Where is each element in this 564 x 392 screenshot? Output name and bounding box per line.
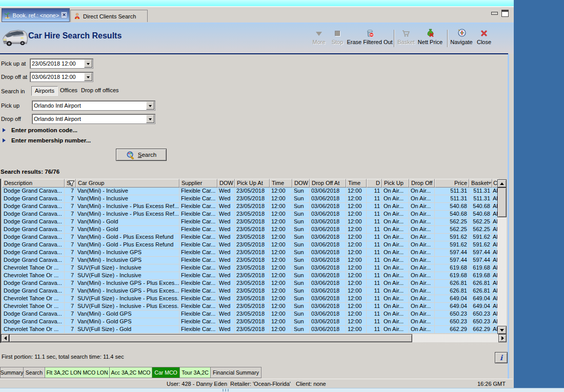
table-cell: 12:00 (346, 203, 367, 211)
table-cell: Chevrolet Tahoe Or ... (2, 295, 65, 303)
column-header-pick-up[interactable]: Pick Up (382, 179, 409, 188)
pickup-at-dropdown-icon[interactable] (84, 59, 92, 68)
column-header-basket[interactable]: Basket (469, 179, 492, 188)
table-cell: Van(Mini) - Gold GPS (76, 311, 179, 318)
pickup-dropdown-icon[interactable] (146, 101, 154, 110)
table-row[interactable]: Dodge Grand Carava...7Van(Mini) - Inclus… (2, 257, 498, 264)
table-row[interactable]: Chevrolet Tahoe Or ...7SUV(Full Size) - … (2, 326, 498, 334)
table-row[interactable]: Dodge Grand Carava...7Van(Mini) - GoldFl… (2, 218, 498, 226)
table-cell: Wed (217, 264, 235, 272)
table-cell: 11 (367, 241, 382, 249)
membership-expander[interactable]: Enter membership number... (3, 137, 91, 143)
vscroll-up-button[interactable] (497, 179, 507, 188)
dropoff-dropdown-icon[interactable] (146, 115, 154, 123)
table-row[interactable]: Chevrolet Tahoe Or ...7SUV(Full Size) - … (2, 264, 498, 272)
column-header-price[interactable]: Price (435, 179, 469, 188)
bottom-tab-car-mco[interactable]: Car MCO (152, 367, 180, 378)
navigate-icon (457, 28, 467, 38)
table-row[interactable]: Dodge Grand Carava...7Van(Mini) - Inclus… (2, 249, 498, 257)
table-cell: Van(Mini) - Inclusive GPS (76, 249, 179, 257)
table-cell: 11 (367, 326, 382, 334)
table-row[interactable]: Dodge Grand Carava...7Van(Mini) - Gold -… (2, 241, 498, 249)
table-cell: On Air... (382, 257, 409, 264)
vscroll-thumb[interactable] (497, 188, 507, 217)
search-in-offices[interactable]: Offices (57, 86, 80, 95)
client-icon (74, 13, 80, 19)
bottom-grip[interactable] (223, 389, 231, 391)
pickup-at-combo[interactable]: 23/05/2018 12:00 (30, 58, 93, 69)
table-cell: Van(Mini) - Inclusive GPS - Plus Exces..… (76, 287, 179, 295)
table-row[interactable]: Dodge Grand Carava...7Van(Mini) - Inclus… (2, 195, 498, 203)
dropoff-combo[interactable]: Orlando Intl Airport (32, 114, 155, 124)
bottom-tab-summary[interactable]: Summary (0, 367, 24, 378)
column-header-time[interactable]: Time (270, 179, 292, 188)
bottom-tab-flt-3a-2c-lon-mco-lon[interactable]: Flt 3A,2C LON MCO LON (45, 367, 110, 378)
table-cell: 11 (367, 272, 382, 280)
expander-arrow-icon (3, 138, 8, 142)
table-row[interactable]: Dodge Grand Carava...7Van(Mini) - Inclus… (2, 287, 498, 295)
table-cell: 12:00 (346, 234, 367, 241)
tab-close-icon[interactable]: ✕ (61, 12, 67, 18)
maximize-icon[interactable] (501, 10, 509, 17)
table-row[interactable]: Dodge Grand Carava...7Van(Mini) - Gold G… (2, 318, 498, 326)
column-header-drop-off[interactable]: Drop Off (409, 179, 435, 188)
table-cell: On Air... (382, 211, 409, 218)
table-cell: On Air... (409, 249, 435, 257)
navigate-button[interactable]: Navigate (449, 28, 474, 49)
column-header-time[interactable]: Time (346, 179, 367, 188)
bottom-tab-financial-summary[interactable]: Financial Summary (211, 367, 261, 378)
vscroll-down-button[interactable] (497, 326, 507, 334)
table-row[interactable]: Dodge Grand Carava...7Van(Mini) - Inclus… (2, 188, 498, 195)
bottom-tab-acc-3a-2c-mco[interactable]: Acc 3A,2C MCO (110, 367, 152, 378)
column-header-d[interactable]: D (367, 179, 382, 188)
pickup-combo[interactable]: Orlando Intl Airport (32, 100, 155, 111)
table-cell: 7 (65, 311, 76, 318)
info-button[interactable]: i (495, 352, 508, 363)
column-header-drop-off-at[interactable]: Drop Off At (310, 179, 346, 188)
erase-filtered-out-button[interactable]: Erase Filtered Out (348, 28, 392, 49)
table-row[interactable]: Dodge Grand Carava...7Van(Mini) - Inclus… (2, 211, 498, 218)
table-row[interactable]: Dodge Grand Carava...7Van(Mini) - Gold G… (2, 311, 498, 318)
hscroll-thumb[interactable] (9, 334, 412, 342)
table-cell: 626.81 (469, 287, 492, 295)
table-cell: 649.04 (469, 303, 492, 311)
column-header-dow[interactable]: DOW (217, 179, 235, 188)
column-header-dow[interactable]: DOW (292, 179, 310, 188)
table-cell: Wed (217, 195, 235, 203)
table-cell: 12:00 (346, 264, 367, 272)
toolbar-separator (394, 30, 395, 47)
table-row[interactable]: Dodge Grand Carava...7Van(Mini) - Inclus… (2, 280, 498, 287)
table-row[interactable]: Chevrolet Tahoe Or ...7SUV(Full Size) - … (2, 295, 498, 303)
table-row[interactable]: Dodge Grand Carava...7Van(Mini) - Gold -… (2, 234, 498, 241)
table-cell: 12:00 (270, 203, 292, 211)
bottom-tab-tour-3a-2c[interactable]: Tour 3A,2C (180, 367, 211, 378)
promo-code-expander[interactable]: Enter promotion code... (3, 127, 77, 133)
column-header-supplier[interactable]: Supplier (179, 179, 217, 188)
table-cell: On Air... (409, 188, 435, 195)
bottom-tab-search[interactable]: Search (24, 367, 45, 378)
tab-booking-ref[interactable]: Book. ref.: <none> ✕ (2, 8, 70, 22)
nett-price-button[interactable]: Nett Price (417, 28, 444, 49)
column-header-description[interactable]: Description (2, 179, 65, 188)
search-in-dropoff-offices[interactable]: Drop off offices (78, 86, 122, 95)
hscroll-left-button[interactable] (1, 334, 9, 342)
hscroll-right-button[interactable] (498, 334, 507, 342)
table-row[interactable]: Dodge Grand Carava...7Van(Mini) - Inclus… (2, 203, 498, 211)
minimize-icon[interactable] (491, 12, 498, 15)
close-button[interactable]: Close (475, 28, 493, 49)
search-in-airports[interactable]: Airports (31, 86, 58, 96)
column-header-pick-up-at[interactable]: Pick Up At (235, 179, 270, 188)
tab-direct-clients-search[interactable]: Direct Clients Search (70, 10, 148, 22)
search-button[interactable]: Search (116, 149, 167, 161)
table-cell: Van(Mini) - Inclusive - Plus Excess Ref.… (76, 203, 179, 211)
basket-button: Basket (396, 28, 416, 49)
table-row[interactable]: Dodge Grand Carava...7Van(Mini) - GoldFl… (2, 226, 498, 234)
column-header-s[interactable]: S (65, 179, 76, 188)
table-cell: 650.23 (469, 318, 492, 326)
dropoff-at-dropdown-icon[interactable] (84, 73, 92, 81)
filter-funnel-icon (68, 180, 75, 187)
table-row[interactable]: Chevrolet Tahoe Or ...7SUV(Full Size) - … (2, 272, 498, 280)
table-row[interactable]: Chevrolet Tahoe Or ...7SUV(Full Size) - … (2, 303, 498, 311)
dropoff-at-combo[interactable]: 03/06/2018 12:00 (30, 72, 93, 82)
column-header-car-group[interactable]: Car Group (76, 179, 179, 188)
